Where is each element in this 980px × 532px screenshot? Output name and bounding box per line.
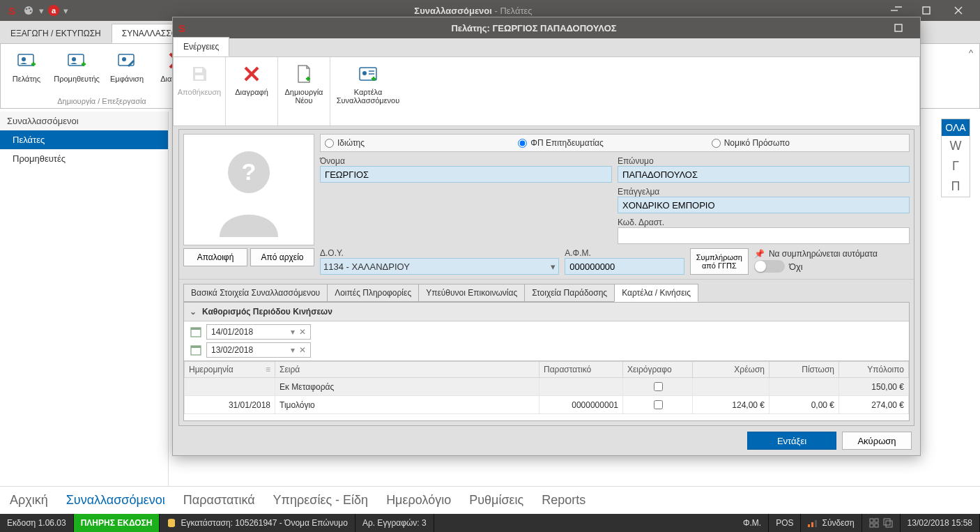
child-ribbon-card[interactable]: Καρτέλα Συναλλασσόμενου xyxy=(335,60,401,105)
customer-add-icon xyxy=(15,50,38,72)
close-button[interactable] xyxy=(942,0,974,21)
palette-icon[interactable] xyxy=(22,4,35,17)
svg-point-3 xyxy=(30,10,32,13)
ribbon-collapse-button[interactable]: ^ xyxy=(965,47,977,58)
ribbon-group-label: Δημιουργία / Επεξεργασία xyxy=(57,97,146,107)
main-title-bold: Συναλλασσόμενοι xyxy=(414,6,492,16)
view-edit-icon xyxy=(116,50,138,72)
customer-edit-window: S Πελάτης: ΓΕΩΡΓΙΟΣ ΠΑΠΑΔΟΠΟΥΛΟΣ Ενέργει… xyxy=(172,17,921,109)
child-ribbon-tabs: Ενέργειες xyxy=(173,38,920,56)
svg-point-13 xyxy=(122,57,126,61)
child-ribbon-body: Αποθήκευση Διαγραφή Δημιουργία Νέου xyxy=(173,56,920,109)
svg-point-1 xyxy=(26,8,28,10)
ribbon-tab-export[interactable]: ΕΞΑΓΩΓΗ / ΕΚΤΥΠΩΣΗ xyxy=(0,24,112,43)
child-minimize-button[interactable] xyxy=(882,0,914,17)
svg-point-9 xyxy=(22,57,26,61)
child-window-title: Πελάτης: ΓΕΩΡΓΙΟΣ ΠΑΠΑΔΟΠΟΥΛΟΣ xyxy=(185,23,882,33)
app-icons: S ▾ a ▾ xyxy=(6,4,68,17)
ribbon-btn-customer[interactable]: Πελάτης xyxy=(5,47,48,83)
svg-point-11 xyxy=(72,57,76,61)
child-maximize-button[interactable] xyxy=(882,17,914,38)
save-disk-icon xyxy=(188,63,210,85)
svg-point-0 xyxy=(24,6,33,15)
ribbon-btn-view[interactable]: Εμφάνιση xyxy=(105,47,148,83)
ribbon-btn-supplier[interactable]: Προμηθευτής xyxy=(55,47,98,83)
child-app-icon: S xyxy=(178,22,185,34)
caret-down-icon[interactable]: ▾ xyxy=(39,6,44,16)
main-window-title: Συναλλασσόμενοι - Πελάτες xyxy=(68,6,878,16)
child-ribbon-delete[interactable]: Διαγραφή xyxy=(230,60,273,96)
svg-point-25 xyxy=(362,71,367,75)
svg-point-2 xyxy=(29,8,31,10)
new-doc-icon xyxy=(293,63,315,85)
child-tab-actions[interactable]: Ενέργειες xyxy=(173,37,229,56)
caret-down-icon-2[interactable]: ▾ xyxy=(63,6,68,16)
supplier-add-icon xyxy=(66,50,88,72)
delete-x-icon xyxy=(240,63,263,85)
child-titlebar: S Πελάτης: ΓΕΩΡΓΙΟΣ ΠΑΠΑΔΟΠΟΥΛΟΣ xyxy=(173,17,920,38)
svg-rect-21 xyxy=(195,75,204,79)
card-icon xyxy=(357,63,379,85)
app-icon-a[interactable]: a xyxy=(48,5,59,16)
svg-rect-20 xyxy=(195,68,202,73)
svg-rect-17 xyxy=(895,24,902,31)
app-icon-s: S xyxy=(6,4,18,17)
child-ribbon-save: Αποθήκευση xyxy=(178,60,221,96)
child-ribbon-new[interactable]: Δημιουργία Νέου xyxy=(282,60,326,105)
svg-rect-5 xyxy=(923,7,930,14)
